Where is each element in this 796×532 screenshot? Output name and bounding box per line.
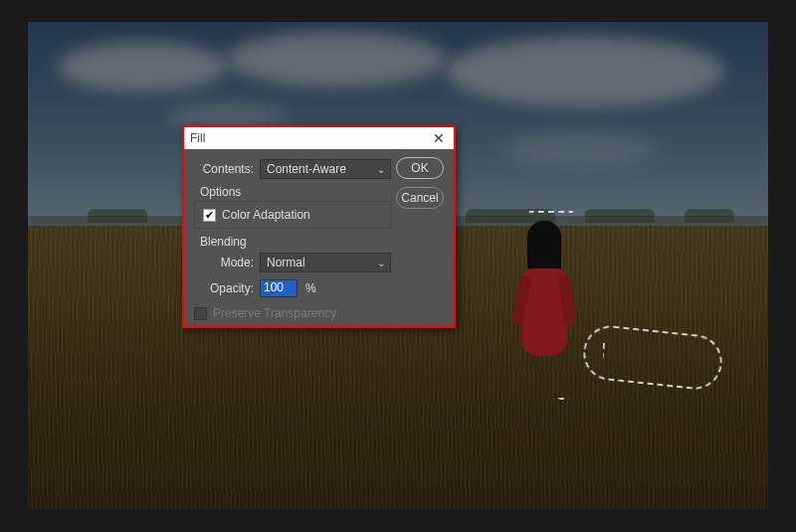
contents-label: Contents: [194,162,260,176]
options-group: ✔ Color Adaptation [194,201,391,229]
mode-label: Mode: [194,256,260,269]
preserve-transparency-checkbox: Preserve Transparency [194,306,391,320]
dialog-title: Fill [190,131,205,145]
contents-select[interactable]: Content-Aware ⌄ [260,159,391,179]
color-adaptation-label: Color Adaptation [222,208,310,222]
contents-value: Content-Aware [267,162,346,176]
preserve-transparency-label: Preserve Transparency [213,306,336,320]
close-button[interactable]: ✕ [430,129,448,147]
options-section-label: Options [200,185,391,199]
mode-value: Normal [267,256,305,269]
color-adaptation-checkbox[interactable]: ✔ Color Adaptation [203,208,382,222]
close-icon: ✕ [433,130,445,146]
opacity-unit: % [305,281,316,295]
opacity-label: Opacity: [194,281,260,295]
checkbox-unchecked-icon [194,307,207,320]
cancel-button[interactable]: Cancel [396,187,444,209]
image-canvas[interactable]: Fill ✕ OK Cancel Contents: Content-Aware… [28,22,768,509]
ok-button[interactable]: OK [396,157,444,179]
fill-dialog: Fill ✕ OK Cancel Contents: Content-Aware… [182,125,456,328]
opacity-input[interactable]: 100 [260,279,298,297]
blending-section-label: Blending [200,235,391,249]
chevron-down-icon: ⌄ [377,258,385,268]
blending-group: Mode: Normal ⌄ Opacity: 100 % [194,251,391,300]
dialog-titlebar[interactable]: Fill ✕ [184,127,454,149]
mode-select[interactable]: Normal ⌄ [260,253,391,272]
checkbox-checked-icon: ✔ [203,209,216,222]
chevron-down-icon: ⌄ [377,164,385,175]
